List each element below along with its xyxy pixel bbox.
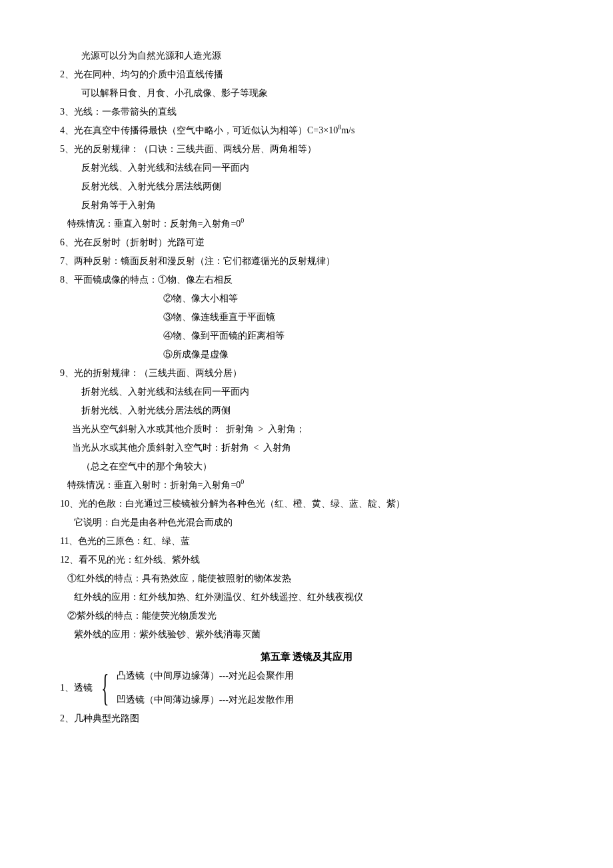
body-text: 它说明：白光是由各种色光混合而成的: [60, 513, 553, 532]
body-text: ②紫外线的特点：能使荧光物质发光: [60, 607, 553, 625]
body-text: 当光从空气斜射入水或其他介质时： 折射角 > 入射角；: [60, 420, 553, 439]
lens-definition-row: 1、透镜 { 凸透镜（中间厚边缘薄）---对光起会聚作用 凹透镜（中间薄边缘厚）…: [60, 667, 553, 709]
body-text: 6、光在反射时（折射时）光路可逆: [60, 233, 553, 252]
body-text: ③物、像连线垂直于平面镜: [60, 308, 553, 327]
body-text: 折射光线、入射光线和法线在同一平面内: [60, 383, 553, 401]
lens-options: 凸透镜（中间厚边缘薄）---对光起会聚作用 凹透镜（中间薄边缘厚）---对光起发…: [117, 667, 294, 709]
brace-icon: {: [100, 669, 109, 707]
body-text: ④物、像到平面镜的距离相等: [60, 327, 553, 345]
body-text: 光源可以分为自然光源和人造光源: [60, 47, 553, 65]
body-text: 凸透镜（中间厚边缘薄）---对光起会聚作用: [117, 667, 294, 685]
body-text: 11、色光的三原色：红、绿、蓝: [60, 532, 553, 551]
text-part: 特殊情况：垂直入射时：反射角=入射角=0: [60, 219, 241, 229]
body-text: 特殊情况：垂直入射时：折射角=入射角=00: [60, 476, 553, 495]
body-text: 12、看不见的光：红外线、紫外线: [60, 551, 553, 569]
body-text: 2、几种典型光路图: [60, 709, 553, 728]
body-text: 反射角等于入射角: [60, 196, 553, 215]
body-text: 3、光线：一条带箭头的直线: [60, 103, 553, 121]
text-part: 特殊情况：垂直入射时：折射角=入射角=0: [60, 480, 241, 490]
body-text: 8、平面镜成像的特点：①物、像左右相反: [60, 271, 553, 289]
body-text: （总之在空气中的那个角较大）: [60, 457, 553, 476]
text-part: m/s: [341, 125, 354, 135]
body-text: 紫外线的应用：紫外线验钞、紫外线消毒灭菌: [60, 625, 553, 644]
body-text: ②物、像大小相等: [60, 289, 553, 308]
body-text: 反射光线、入射光线和法线在同一平面内: [60, 159, 553, 177]
lens-label: 1、透镜: [60, 679, 93, 697]
body-text: 9、光的折射规律：（三线共面、两线分居）: [60, 364, 553, 383]
chapter-title: 第五章 透镜及其应用: [60, 647, 553, 667]
body-text: 2、光在同种、均匀的介质中沿直线传播: [60, 65, 553, 84]
text-part: 4、光在真空中传播得最快（空气中略小，可近似认为相等）C=3×10: [60, 125, 338, 135]
body-text: ⑤所成像是虚像: [60, 345, 553, 364]
body-text: 特殊情况：垂直入射时：反射角=入射角=00: [60, 215, 553, 233]
body-text: 7、两种反射：镜面反射和漫反射（注：它们都遵循光的反射规律）: [60, 252, 553, 271]
body-text: 当光从水或其他介质斜射入空气时：折射角 < 入射角: [60, 439, 553, 457]
body-text: 10、光的色散：白光通过三棱镜被分解为各种色光（红、橙、黄、绿、蓝、靛、紫）: [60, 495, 553, 513]
body-text: 5、光的反射规律：（口诀：三线共面、两线分居、两角相等）: [60, 140, 553, 159]
body-text: 凹透镜（中间薄边缘厚）---对光起发散作用: [117, 691, 294, 709]
body-text: ①红外线的特点：具有热效应，能使被照射的物体发热: [60, 569, 553, 588]
body-text: 红外线的应用：红外线加热、红外测温仪、红外线遥控、红外线夜视仪: [60, 588, 553, 607]
body-text: 4、光在真空中传播得最快（空气中略小，可近似认为相等）C=3×108m/s: [60, 121, 553, 140]
body-text: 可以解释日食、月食、小孔成像、影子等现象: [60, 84, 553, 103]
body-text: 折射光线、入射光线分居法线的两侧: [60, 401, 553, 420]
spacer: [117, 685, 294, 691]
superscript: 0: [241, 217, 244, 224]
superscript: 0: [241, 478, 244, 485]
body-text: 反射光线、入射光线分居法线两侧: [60, 177, 553, 196]
